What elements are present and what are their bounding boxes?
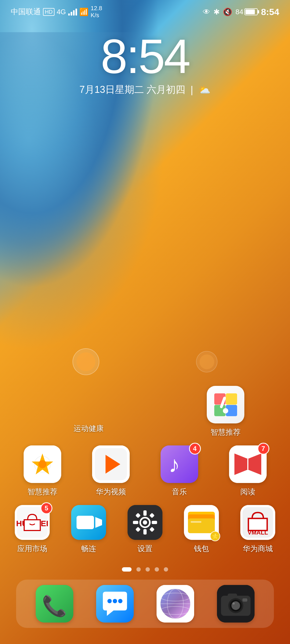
svg-point-47	[113, 599, 117, 603]
wallet-icon-wrapper: ⭐	[184, 505, 219, 540]
page-dot-3[interactable]	[146, 567, 150, 572]
read-label: 阅读	[240, 487, 255, 497]
app-row-sport-theme: 运动健康	[8, 386, 282, 437]
read-icon-wrapper: 7	[229, 445, 267, 483]
app-row-2: 5 HUAWEI 应用市场	[8, 505, 282, 554]
hd-badge: HD	[43, 8, 55, 16]
svg-text:♪: ♪	[169, 452, 180, 477]
music-icon-wrapper: 4 ♪	[161, 445, 198, 483]
wallet-label: 钱包	[194, 544, 209, 554]
appstore-badge: 5	[41, 502, 52, 514]
page-dot-4[interactable]	[155, 567, 159, 572]
zhihui-app-icon[interactable]	[24, 445, 61, 483]
signal-bar-1	[68, 13, 70, 16]
app-item-appstore[interactable]: 5 HUAWEI 应用市场	[11, 505, 54, 554]
theme-label: 智慧推荐	[211, 427, 241, 437]
battery-fill	[245, 9, 255, 14]
browser-svg	[157, 585, 194, 623]
vmall-app-icon[interactable]: VMALL	[240, 505, 275, 540]
mute-icon: 🔇	[223, 8, 232, 16]
app-item-wallet[interactable]: ⭐ 钱包	[180, 505, 223, 554]
theme-icon-wrapper	[207, 386, 244, 423]
clock-date: 7月13日星期二 六月初四 | ⛅	[0, 83, 290, 96]
dock-messages[interactable]	[96, 585, 134, 623]
status-right: 👁 ✱ 🔇 84 8:54	[203, 7, 279, 17]
vmall-label: 华为商城	[243, 544, 273, 554]
app-item-sport-health: 运动健康	[40, 386, 137, 434]
theme-app-icon[interactable]	[207, 386, 244, 423]
video-icon-wrapper	[92, 445, 130, 483]
battery-body	[244, 8, 258, 15]
svg-rect-38	[188, 518, 215, 533]
sport-health-label: 运动健康	[74, 423, 104, 434]
phone-svg: 📞	[36, 585, 73, 623]
widget-circle-2[interactable]	[196, 351, 218, 372]
speed-label: 12.8K/s	[91, 5, 102, 19]
svg-point-26	[143, 520, 147, 525]
widget-inner-1	[77, 352, 95, 371]
video-app-icon[interactable]	[92, 445, 130, 483]
dock-browser[interactable]	[157, 585, 194, 623]
appstore-label: 应用市场	[17, 544, 47, 554]
changline-app-icon[interactable]	[71, 505, 106, 540]
network-badge: 4G	[57, 8, 66, 16]
page-dots	[8, 562, 282, 580]
page-dot-5[interactable]	[164, 567, 168, 572]
read-badge: 7	[258, 443, 269, 455]
svg-point-6	[223, 408, 228, 414]
clock-time: 8:54	[0, 32, 290, 80]
settings-app-icon[interactable]	[128, 505, 162, 540]
svg-point-60	[231, 601, 240, 610]
music-badge: 4	[189, 443, 201, 455]
battery-percent: 84	[235, 8, 243, 16]
weather-icon: ⛅	[198, 84, 211, 96]
messages-svg	[96, 585, 134, 623]
app-item-zhihui[interactable]: 智慧推荐	[18, 445, 67, 497]
dock-camera[interactable]	[217, 585, 255, 623]
appstore-icon-wrapper: 5 HUAWEI	[15, 505, 50, 540]
dock-phone[interactable]: 📞	[36, 585, 73, 623]
widget-inner-2	[200, 354, 214, 369]
changline-svg	[71, 505, 106, 540]
widget-row	[8, 343, 282, 380]
wifi-icon: 📶	[79, 8, 89, 16]
svg-point-48	[118, 599, 122, 603]
status-time: 8:54	[261, 7, 279, 17]
date-text: 7月13日星期二 六月初四	[79, 83, 185, 96]
bluetooth-icon: ✱	[213, 8, 220, 16]
app-item-theme[interactable]: 智慧推荐	[201, 386, 250, 437]
app-item-changline[interactable]: 畅连	[67, 505, 110, 554]
apps-area: 运动健康	[0, 102, 290, 644]
svg-rect-39	[191, 521, 201, 523]
vmall-icon-wrapper: VMALL	[240, 505, 275, 540]
settings-label: 设置	[137, 544, 153, 554]
music-label: 音乐	[172, 487, 187, 497]
video-svg	[92, 445, 130, 483]
svg-rect-62	[242, 598, 247, 602]
vmall-svg: VMALL	[240, 505, 275, 540]
svg-rect-28	[143, 529, 147, 535]
app-item-music[interactable]: 4 ♪	[155, 445, 204, 497]
svg-point-61	[233, 602, 235, 605]
app-item-video[interactable]: 华为视频	[87, 445, 135, 497]
svg-rect-2	[226, 393, 237, 405]
wallet-badge: ⭐	[210, 531, 220, 541]
eye-icon: 👁	[203, 8, 210, 16]
settings-svg	[128, 505, 162, 540]
zhihui-icon-wrapper	[24, 445, 61, 483]
app-item-vmall[interactable]: VMALL 华为商城	[236, 505, 279, 554]
status-left: 中国联通 HD 4G 📶 12.8K/s	[11, 5, 102, 19]
svg-point-10	[38, 460, 46, 468]
svg-rect-27	[143, 510, 147, 516]
changline-label: 畅连	[81, 544, 96, 554]
theme-svg	[214, 393, 237, 416]
signal-bar-2	[71, 12, 72, 16]
page-dot-1[interactable]	[122, 567, 132, 572]
svg-text:VMALL: VMALL	[248, 529, 268, 536]
widget-circle-1[interactable]	[73, 348, 99, 375]
clock-area: 8:54 7月13日星期二 六月初四 | ⛅	[0, 21, 290, 102]
changline-icon-wrapper	[71, 505, 106, 540]
app-item-settings[interactable]: 设置	[124, 505, 166, 554]
page-dot-2[interactable]	[136, 567, 141, 572]
app-item-read[interactable]: 7 阅读	[224, 445, 272, 497]
